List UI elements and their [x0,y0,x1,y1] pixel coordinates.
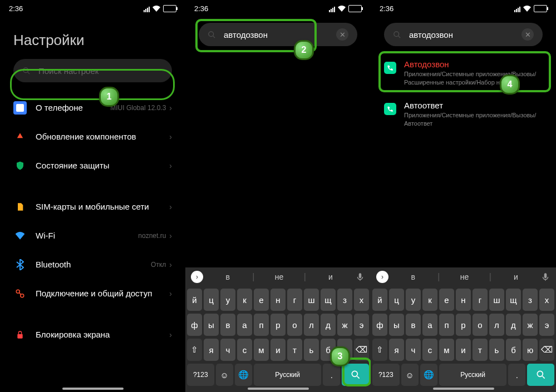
key[interactable]: л [489,314,504,336]
suggestion[interactable]: в [209,272,247,281]
item-connection[interactable]: Подключение и общий доступ› [9,279,176,308]
globe-key[interactable]: 🌐 [420,364,437,386]
key[interactable]: е [254,289,269,311]
mic-icon[interactable] [540,272,550,282]
suggestion[interactable]: в [394,272,432,281]
search-input[interactable] [37,66,163,76]
key[interactable]: а [237,314,252,336]
nav-bar[interactable] [248,388,309,390]
key[interactable]: я [204,339,219,361]
key[interactable]: с [422,339,437,361]
shift-key[interactable]: ⇧ [187,339,202,361]
suggestion[interactable]: и [497,272,535,281]
key[interactable]: и [270,339,286,361]
shift-key[interactable]: ⇧ [372,339,387,361]
key[interactable]: п [254,314,269,336]
key[interactable]: д [321,314,336,336]
key[interactable]: ф [372,314,387,336]
emoji-key[interactable]: ☺ [216,364,233,386]
key[interactable]: й [187,289,202,311]
clear-button[interactable]: ✕ [521,28,534,41]
key[interactable]: й [372,289,387,311]
key[interactable]: з [337,289,352,311]
key[interactable]: г [287,289,302,311]
suggestion[interactable]: не [445,272,483,281]
key[interactable]: ь [304,339,319,361]
key[interactable]: р [270,314,286,336]
chevron-right-icon[interactable]: › [191,271,203,283]
suggestion[interactable]: и [312,272,350,281]
key[interactable]: у [220,289,235,311]
dot-key[interactable]: . [508,364,525,386]
key[interactable]: б [506,339,521,361]
item-updates[interactable]: Обновление компонентов› [9,122,176,151]
item-sim[interactable]: SIM-карты и мобильные сети› [9,192,176,221]
search-key[interactable] [527,364,554,386]
key[interactable]: л [304,314,319,336]
key[interactable]: щ [506,289,521,311]
key[interactable]: ч [406,339,421,361]
search-bar[interactable]: ✕ [199,23,357,46]
key[interactable]: ж [523,314,538,336]
num-key[interactable]: ?123 [372,364,400,386]
space-key[interactable]: Русский [439,364,506,386]
emoji-key[interactable]: ☺ [401,364,419,386]
keyboard[interactable]: › в | не | и йцукенгшщзх фывапролджэ ⇧яч… [371,267,556,392]
search-input[interactable] [223,29,336,40]
key[interactable]: ф [187,314,202,336]
key[interactable]: х [354,289,369,311]
key[interactable]: н [456,289,471,311]
key[interactable]: а [422,314,437,336]
key[interactable]: у [406,289,421,311]
key[interactable]: ц [389,289,404,311]
globe-key[interactable]: 🌐 [235,364,252,386]
item-wifi[interactable]: Wi-Finoznet.ru› [9,221,176,250]
suggestion[interactable]: не [260,272,298,281]
key[interactable]: э [539,314,554,336]
search-bar[interactable] [13,59,172,82]
item-security[interactable]: Состояние защиты› [9,151,176,180]
space-key[interactable]: Русский [254,364,321,386]
key[interactable]: ю [523,339,538,361]
result-autodial[interactable]: Автодозвон Приложения/Системные приложен… [371,53,556,94]
dot-key[interactable]: . [323,364,340,386]
num-key[interactable]: ?123 [187,364,214,386]
key[interactable]: е [439,289,454,311]
nav-bar[interactable] [62,388,124,390]
key[interactable]: г [473,289,488,311]
key[interactable]: т [287,339,302,361]
key[interactable]: ш [304,289,319,311]
key[interactable]: ь [489,339,504,361]
key[interactable]: и [456,339,471,361]
chevron-right-icon[interactable]: › [376,271,388,283]
key[interactable]: с [237,339,252,361]
keyboard[interactable]: › в | не | и йцукенгшщзх фывапролджэ ⇧яч… [185,267,371,392]
key[interactable]: м [254,339,269,361]
key[interactable]: р [456,314,471,336]
key[interactable]: к [422,289,437,311]
key[interactable]: в [220,314,235,336]
key[interactable]: в [406,314,421,336]
key[interactable]: м [439,339,454,361]
key[interactable]: о [473,314,488,336]
result-autoanswer[interactable]: Автоответ Приложения/Системные приложени… [371,94,556,135]
key[interactable]: щ [321,289,336,311]
mic-icon[interactable] [355,272,365,282]
key[interactable]: э [354,314,369,336]
key[interactable]: ш [489,289,504,311]
key[interactable]: п [439,314,454,336]
key[interactable]: ч [220,339,235,361]
nav-bar[interactable] [433,388,494,390]
key[interactable]: х [539,289,554,311]
key[interactable]: т [473,339,488,361]
backspace-key[interactable]: ⌫ [354,339,369,361]
clear-button[interactable]: ✕ [336,28,348,41]
search-key[interactable] [342,364,369,386]
key[interactable]: з [523,289,538,311]
search-bar[interactable]: ✕ [384,23,543,46]
item-lockscreen[interactable]: Блокировка экрана› [9,320,176,349]
key[interactable]: д [506,314,521,336]
search-input[interactable] [408,29,521,40]
key[interactable]: ы [389,314,404,336]
key[interactable]: о [287,314,302,336]
